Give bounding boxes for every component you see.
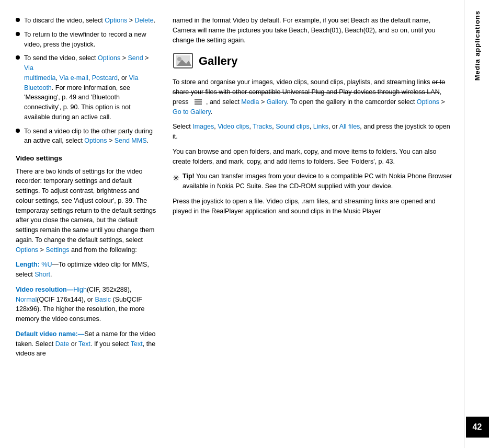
links-link: Links	[313, 123, 328, 130]
svg-rect-4	[195, 99, 202, 100]
strikethrough-text: or to share your files with other compat…	[173, 78, 445, 96]
length-label: Length: %U	[16, 261, 52, 268]
images-link: Images	[192, 123, 214, 130]
video-settings-heading: Video settings	[16, 153, 157, 164]
gallery-header: Gallery	[173, 50, 453, 71]
right-column: named in the format Video by default. Fo…	[173, 16, 453, 432]
tip-icon: ✳	[173, 172, 179, 185]
list-item: To return to the viewfinder to record a …	[16, 30, 157, 50]
list-item: To send the video, select Options > Send…	[16, 53, 157, 122]
menu-icon	[194, 98, 202, 106]
options-link2: Options	[98, 54, 120, 62]
resolution-label: Video resolution—High	[16, 286, 87, 293]
tip-label: Tip!	[183, 173, 195, 180]
high-link: High	[73, 286, 87, 293]
allfiles-link: All files	[339, 123, 360, 130]
options-link4: Options	[16, 246, 38, 254]
continued-text: named in the format Video by default. Fo…	[173, 16, 453, 45]
list-item: To discard the video, select Options > D…	[16, 16, 157, 26]
svg-rect-6	[195, 104, 202, 105]
settings-link: Settings	[45, 246, 69, 254]
options-link3: Options	[84, 137, 107, 144]
bullet-dot	[16, 32, 20, 36]
default-video-name: Default video name:—Set a name for the v…	[16, 329, 157, 359]
go-to-link: Go to	[173, 108, 189, 116]
svg-rect-5	[195, 101, 202, 102]
bullet-dot	[16, 18, 20, 22]
bullet-dot	[16, 129, 20, 133]
delete-link: Delete	[135, 17, 154, 24]
via-email-link: Via e-mail	[59, 74, 88, 82]
via-multimedia-link: Viamultimedia	[24, 64, 55, 82]
sidebar-label: Media applications	[473, 10, 481, 81]
bullet-dot	[16, 55, 20, 60]
tip-content: Tip! You can transfer images from your d…	[183, 171, 453, 191]
text-link2: Text	[131, 340, 143, 348]
gallery-body: To store and organise your images, video…	[173, 77, 453, 117]
basic-link: Basic	[95, 296, 111, 303]
gallery-link2: Gallery	[190, 108, 211, 116]
default-name-label: Default video name:—	[16, 330, 84, 338]
main-content: To discard the video, select Options > D…	[0, 0, 490, 448]
select-line: Select Images, Video clips, Tracks, Soun…	[173, 122, 453, 142]
video-resolution-setting: Video resolution—High(CIF, 352x288), Nor…	[16, 285, 157, 324]
options-link: Options	[105, 17, 127, 24]
page-number: 42	[466, 417, 489, 438]
send-mms-link: Send MMS	[115, 137, 147, 144]
bullet-list: To discard the video, select Options > D…	[16, 16, 157, 146]
date-link: Date	[55, 340, 69, 348]
short-link: Short	[35, 271, 50, 278]
postcard-link: Postcard	[92, 74, 118, 82]
gallery-icon	[173, 50, 193, 71]
page-body: To discard the video, select Options > D…	[0, 0, 464, 448]
length-setting: Length: %U—To optimize video clip for MM…	[16, 260, 157, 280]
soundclips-link: Sound clips	[276, 123, 310, 130]
percent-u-link: %U	[41, 261, 52, 268]
video-settings-body: There are two kinds of settings for the …	[16, 167, 157, 255]
media-link: Media	[241, 98, 259, 106]
tracks-link: Tracks	[253, 123, 272, 130]
options-link5: Options	[417, 98, 439, 106]
tip-box: ✳ Tip! You can transfer images from your…	[173, 171, 453, 191]
browse-text: You can browse and open folders, and mar…	[173, 147, 453, 167]
right-sidebar: Media applications 42	[464, 0, 490, 448]
gallery-link: Gallery	[267, 98, 287, 106]
normal-link: Normal	[16, 296, 37, 303]
left-column: To discard the video, select Options > D…	[16, 16, 157, 432]
videoclips-link: Video clips	[218, 123, 249, 130]
gallery-title: Gallery	[199, 52, 238, 70]
svg-point-2	[177, 57, 181, 61]
press-text: Press the joystick to open a file. Video…	[173, 197, 453, 216]
text-link: Text	[78, 340, 90, 348]
tip-text: You can transfer images from your device…	[183, 173, 452, 190]
list-item: To send a video clip to the other party …	[16, 127, 157, 146]
send-link: Send	[128, 54, 143, 62]
